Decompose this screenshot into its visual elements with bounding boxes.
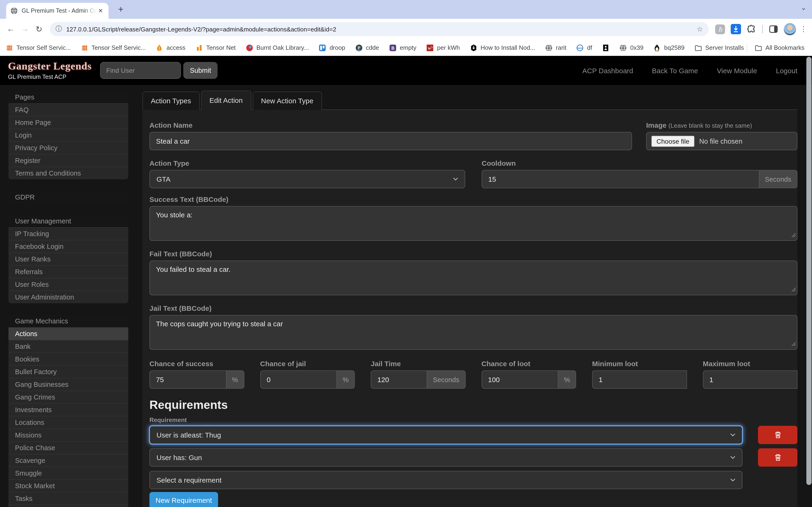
- nav-view-module[interactable]: View Module: [717, 66, 757, 74]
- kebab-menu-icon[interactable]: ⋮: [799, 25, 808, 33]
- sidebar-item-tasks[interactable]: Tasks: [8, 492, 128, 505]
- folder-icon: [755, 44, 762, 51]
- download-icon[interactable]: [731, 24, 741, 34]
- requirement-select-3[interactable]: Select a requirement: [149, 471, 743, 489]
- webpage: Gangster Legends GL Premium Test ACP Sub…: [0, 56, 812, 507]
- tab-new-action-type[interactable]: New Action Type: [253, 92, 322, 110]
- page-scrollbar[interactable]: [806, 57, 812, 485]
- find-user-input[interactable]: [100, 62, 181, 79]
- sidebar-item-home-page[interactable]: Home Page: [8, 116, 128, 129]
- bookmark-0x39[interactable]: 0x39: [619, 44, 643, 51]
- new-requirement-button[interactable]: New Requirement: [149, 492, 218, 507]
- sidebar-item-gang-businesses[interactable]: Gang Businesses: [8, 378, 128, 391]
- minimum-loot-input[interactable]: [592, 371, 687, 389]
- choose-file-button[interactable]: Choose file: [651, 135, 695, 147]
- tab-title: GL Premium Test - Admin Con: [21, 7, 97, 14]
- sidebar-item-privacy-policy[interactable]: Privacy Policy: [8, 141, 128, 154]
- bookmark-tensor-self-servic[interactable]: Tensor Self Servic...: [81, 44, 146, 51]
- bookmark-rarit[interactable]: rarit: [545, 44, 566, 51]
- chance-of-jail-input[interactable]: [260, 371, 337, 389]
- sidebar-item-theft[interactable]: Theft: [8, 505, 128, 507]
- chevron-down-icon[interactable]: ⌄: [801, 4, 806, 11]
- back-icon[interactable]: ←: [4, 22, 18, 36]
- bookmark-empty[interactable]: Bempty: [389, 44, 417, 51]
- sidebar-item-user-ranks[interactable]: User Ranks: [8, 252, 128, 265]
- bookmark-item[interactable]: [602, 44, 609, 51]
- sidebar-item-register[interactable]: Register: [8, 154, 128, 167]
- sidebar-item-referrals[interactable]: Referrals: [8, 265, 128, 278]
- chevron-down-icon: [730, 456, 735, 459]
- cooldown-input[interactable]: [481, 170, 759, 188]
- sidebar-item-user-roles[interactable]: User Roles: [8, 278, 128, 291]
- sidebar-item-investments[interactable]: Investments: [8, 403, 128, 416]
- bookmark-star-icon[interactable]: ☆: [697, 25, 703, 33]
- browser-tab[interactable]: GL Premium Test - Admin Con ✕: [6, 3, 109, 19]
- find-user-submit-button[interactable]: Submit: [183, 62, 217, 79]
- chance-of-success-input[interactable]: [149, 371, 226, 389]
- tab-edit-action[interactable]: Edit Action: [201, 91, 251, 110]
- side-panel-icon[interactable]: [769, 24, 778, 34]
- address-bar[interactable]: ⓘ 127.0.0.1/GLScript/release/Gangster-Le…: [50, 22, 709, 36]
- sidebar-item-locations[interactable]: Locations: [8, 416, 128, 429]
- chevron-down-icon: [730, 433, 735, 437]
- sidebar-item-missions[interactable]: Missions: [8, 429, 128, 441]
- sidebar-item-actions[interactable]: Actions: [8, 327, 128, 340]
- maximum-loot-input[interactable]: [703, 371, 798, 389]
- requirement-select-1[interactable]: User is atleast: Thug: [149, 426, 743, 444]
- bookmark-droop[interactable]: droop: [319, 44, 345, 51]
- sidebar-item-scavenge[interactable]: Scavenge: [8, 454, 128, 467]
- nav-back-to-game[interactable]: Back To Game: [652, 66, 698, 74]
- tab-action-types[interactable]: Action Types: [142, 92, 199, 110]
- nav-acp-dashboard[interactable]: ACP Dashboard: [582, 66, 633, 74]
- sidebar-item-bank[interactable]: Bank: [8, 340, 128, 352]
- delete-requirement-button[interactable]: [758, 426, 798, 444]
- trash-icon: [774, 431, 782, 439]
- bookmark-per-kwh[interactable]: w?per kWh: [426, 44, 460, 51]
- bookmarks-list: Tensor Self Servic...Tensor Self Servic.…: [6, 44, 747, 51]
- jail-text-area[interactable]: The cops caught you trying to steal a ca…: [149, 315, 798, 350]
- extension-h-icon[interactable]: h: [715, 24, 725, 34]
- requirement-select-2[interactable]: User has: Gun: [149, 448, 743, 467]
- sidebar-item-user-administration[interactable]: User Administration: [8, 291, 128, 303]
- sidebar-item-terms-and-conditions[interactable]: Terms and Conditions: [8, 167, 128, 179]
- new-tab-icon[interactable]: +: [116, 4, 126, 14]
- sidebar-item-smuggle[interactable]: Smuggle: [8, 467, 128, 479]
- bookmark-tensor-self-servic[interactable]: Tensor Self Servic...: [6, 44, 71, 51]
- forward-icon[interactable]: →: [18, 22, 32, 36]
- bookmark-cdde[interactable]: Pcdde: [355, 44, 379, 51]
- fail-text-area[interactable]: You failed to steal a car.: [149, 261, 798, 295]
- bookmark-bq2589[interactable]: bq2589: [653, 44, 684, 51]
- nav-logout[interactable]: Logout: [776, 66, 798, 74]
- image-file-input[interactable]: Choose file No file chosen: [646, 132, 798, 150]
- bookmark-df[interactable]: DeLLdf: [576, 44, 592, 51]
- edit-action-panel: Action Name Image (Leave blank to stay t…: [142, 110, 798, 507]
- sidebar-item-bookies[interactable]: Bookies: [8, 352, 128, 365]
- all-bookmarks-button[interactable]: All Bookmarks: [755, 44, 805, 51]
- extensions-puzzle-icon[interactable]: [747, 24, 756, 34]
- sidebar-item-stock-market[interactable]: Stock Market: [8, 479, 128, 492]
- sidebar-item-login[interactable]: Login: [8, 129, 128, 141]
- info-icon[interactable]: ⓘ: [55, 25, 62, 33]
- bookmark-access[interactable]: access: [156, 44, 185, 51]
- stats-row: Chance of success%Chance of jail%Jail Ti…: [149, 360, 798, 389]
- sidebar-item-ip-tracking[interactable]: IP Tracking: [8, 227, 128, 240]
- bookmark-server-installs[interactable]: Server Installs: [694, 44, 744, 51]
- success-text-area[interactable]: You stole a:: [149, 206, 798, 241]
- reload-icon[interactable]: ↻: [32, 22, 46, 36]
- action-name-input[interactable]: [149, 132, 632, 150]
- profile-avatar[interactable]: [784, 23, 796, 35]
- sidebar-item-bullet-factory[interactable]: Bullet Factory: [8, 365, 128, 378]
- delete-requirement-button[interactable]: [758, 448, 798, 467]
- sidebar-item-facebook-login[interactable]: Facebook Login: [8, 240, 128, 252]
- sidebar-item-faq[interactable]: FAQ: [8, 103, 128, 116]
- bookmark-how-to-install-nod[interactable]: How to Install Nod...: [470, 44, 535, 51]
- sidebar-item-gang-crimes[interactable]: Gang Crimes: [8, 391, 128, 403]
- url-text[interactable]: 127.0.0.1/GLScript/release/Gangster-Lege…: [66, 25, 693, 33]
- sidebar-item-police-chase[interactable]: Police Chase: [8, 441, 128, 454]
- close-icon[interactable]: ✕: [97, 7, 104, 14]
- jail-time-input[interactable]: [371, 371, 427, 389]
- bookmark-tensor-net[interactable]: Tensor Net: [195, 44, 236, 51]
- bookmark-burnt-oak-library[interactable]: Burnt Oak Library...: [246, 44, 309, 51]
- chance-of-loot-input[interactable]: [481, 371, 558, 389]
- action-type-select[interactable]: GTA: [149, 170, 465, 188]
